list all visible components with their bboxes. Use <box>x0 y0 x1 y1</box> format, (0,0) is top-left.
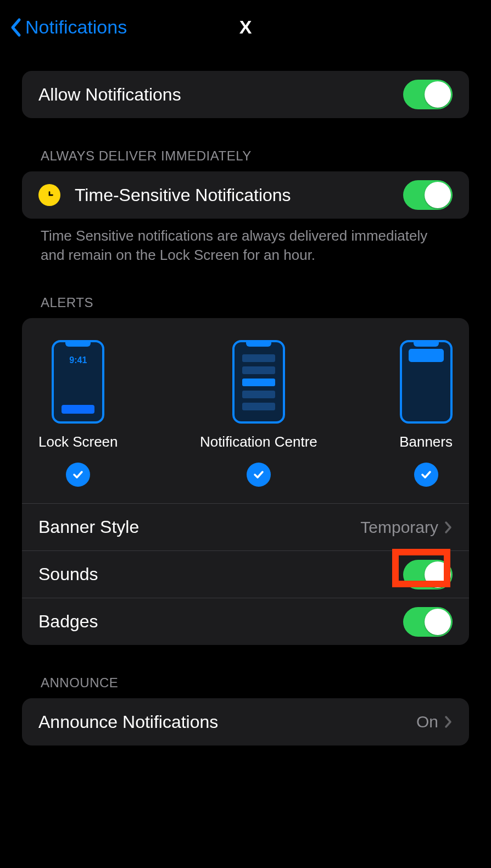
clock-icon <box>38 184 60 206</box>
alert-styles-row: 9:41 Lock Screen Notification Centre <box>22 318 469 503</box>
allow-notifications-label: Allow Notifications <box>38 85 403 105</box>
sounds-label: Sounds <box>38 564 403 585</box>
chevron-right-icon <box>444 715 453 729</box>
navbar: Notifications X <box>0 0 491 43</box>
alert-option-lock-screen[interactable]: 9:41 Lock Screen <box>38 340 118 487</box>
time-sensitive-label: Time-Sensitive Notifications <box>75 185 403 205</box>
alert-option-label: Lock Screen <box>38 433 118 450</box>
time-sensitive-footer: Time Sensitive notifications are always … <box>22 219 469 265</box>
chevron-left-icon <box>10 18 22 37</box>
alert-option-notification-centre[interactable]: Notification Centre <box>200 340 317 487</box>
back-label: Notifications <box>25 16 127 38</box>
check-icon <box>247 463 271 487</box>
alert-option-label: Banners <box>399 433 453 450</box>
announce-notifications-value: On <box>416 713 438 731</box>
announce-header: Announce <box>22 675 469 698</box>
alert-option-banners[interactable]: Banners <box>399 340 453 487</box>
notification-centre-icon <box>232 340 285 424</box>
alerts-header: Alerts <box>22 295 469 318</box>
sounds-row[interactable]: Sounds <box>22 550 469 598</box>
banners-icon <box>400 340 453 424</box>
sounds-toggle[interactable] <box>403 560 453 589</box>
back-button[interactable]: Notifications <box>10 16 127 38</box>
allow-notifications-toggle[interactable] <box>403 80 453 109</box>
time-sensitive-header: Always Deliver Immediately <box>22 148 469 171</box>
announce-group: Announce Notifications On <box>22 698 469 745</box>
allow-notifications-row[interactable]: Allow Notifications <box>22 71 469 118</box>
time-sensitive-toggle[interactable] <box>403 180 453 210</box>
chevron-right-icon <box>444 520 453 535</box>
announce-notifications-row[interactable]: Announce Notifications On <box>22 698 469 745</box>
allow-notifications-group: Allow Notifications <box>22 71 469 118</box>
badges-label: Badges <box>38 611 403 632</box>
announce-notifications-label: Announce Notifications <box>38 712 416 732</box>
banner-style-label: Banner Style <box>38 517 360 537</box>
time-sensitive-group: Time-Sensitive Notifications <box>22 171 469 219</box>
check-icon <box>66 463 90 487</box>
badges-toggle[interactable] <box>403 607 453 637</box>
banner-style-row[interactable]: Banner Style Temporary <box>22 503 469 550</box>
badges-row[interactable]: Badges <box>22 598 469 645</box>
banner-style-value: Temporary <box>360 518 438 537</box>
alert-option-label: Notification Centre <box>200 433 317 450</box>
time-sensitive-row[interactable]: Time-Sensitive Notifications <box>22 171 469 219</box>
page-title: X <box>239 16 252 38</box>
check-icon <box>414 463 438 487</box>
alerts-group: 9:41 Lock Screen Notification Centre <box>22 318 469 645</box>
lock-screen-icon: 9:41 <box>52 340 104 424</box>
